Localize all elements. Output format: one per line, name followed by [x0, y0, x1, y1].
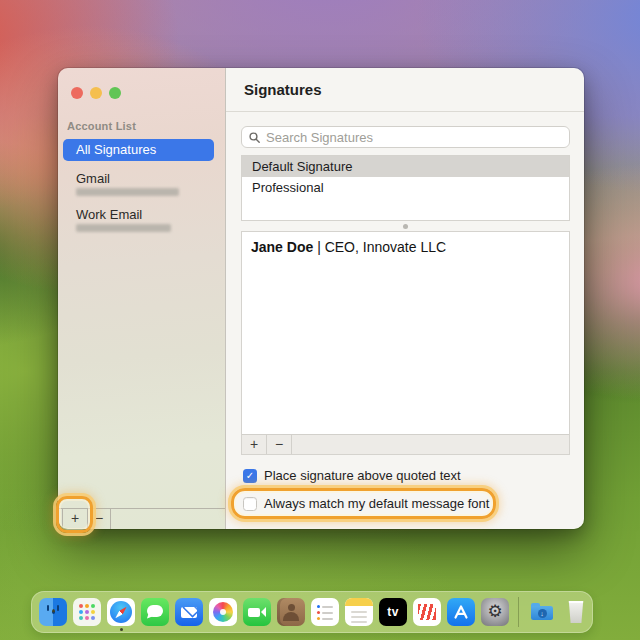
signature-row-professional[interactable]: Professional — [242, 177, 569, 198]
sidebar-remove-button[interactable]: − — [88, 509, 111, 529]
search-icon — [249, 132, 260, 143]
close-button[interactable] — [71, 87, 83, 99]
sidebar: Account List All Signatures Gmail Work E… — [58, 68, 225, 529]
dock-contacts-icon[interactable] — [277, 598, 305, 626]
editor-toolbar: + − — [242, 434, 569, 454]
signature-list: Default Signature Professional — [241, 155, 570, 221]
place-signature-checkbox-row[interactable]: Place signature above quoted text — [243, 468, 461, 483]
dock-reminders-icon[interactable] — [311, 598, 339, 626]
list-resize-handle[interactable] — [403, 224, 408, 229]
place-signature-label: Place signature above quoted text — [264, 468, 461, 483]
always-match-font-label: Always match my default message font — [264, 496, 489, 511]
dock-app-store-icon[interactable] — [447, 598, 475, 626]
traffic-lights — [71, 87, 121, 99]
dock-downloads-folder-icon[interactable] — [528, 598, 556, 626]
always-match-font-checkbox[interactable] — [243, 497, 257, 511]
dock-photos-icon[interactable] — [209, 598, 237, 626]
dock-facetime-icon[interactable] — [243, 598, 271, 626]
dock-apple-tv-icon[interactable]: tv — [379, 598, 407, 626]
dock-messages-icon[interactable] — [141, 598, 169, 626]
sidebar-add-button[interactable]: + — [62, 509, 88, 529]
dock-notes-icon[interactable] — [345, 598, 373, 626]
signature-row-default[interactable]: Default Signature — [242, 156, 569, 177]
search-field[interactable] — [241, 126, 570, 148]
work-redacted-email — [76, 224, 171, 232]
dock-news-icon[interactable] — [413, 598, 441, 626]
desktop: { "window": { "title": "Signatures", "tr… — [0, 0, 640, 640]
gmail-redacted-email — [76, 188, 179, 196]
dock-system-settings-icon[interactable]: ⚙ — [481, 598, 509, 626]
page-title: Signatures — [226, 68, 584, 112]
always-match-font-checkbox-row[interactable]: Always match my default message font — [243, 496, 489, 511]
dock-mail-icon[interactable] — [175, 598, 203, 626]
minimize-button[interactable] — [90, 87, 102, 99]
dock-safari-icon[interactable] — [107, 598, 135, 626]
panel-header: Signatures — [226, 68, 584, 112]
dock-trash-icon[interactable] — [562, 598, 590, 626]
signature-text: Jane Doe | CEO, Innovate LLC — [242, 232, 569, 262]
account-list-header: Account List — [67, 120, 136, 132]
sidebar-footer: + − — [58, 508, 225, 529]
zoom-button[interactable] — [109, 87, 121, 99]
search-input[interactable] — [266, 130, 562, 145]
remove-signature-button[interactable]: − — [267, 435, 292, 454]
sidebar-item-all-signatures[interactable]: All Signatures — [63, 139, 214, 161]
signatures-panel: Signatures Default Signature Professiona… — [225, 68, 584, 529]
dock: tv ⚙ — [31, 591, 593, 633]
signature-name: Jane Doe — [251, 239, 313, 255]
place-signature-checkbox[interactable] — [243, 469, 257, 483]
signature-rest: | CEO, Innovate LLC — [313, 239, 446, 255]
dock-finder-icon[interactable] — [39, 598, 67, 626]
add-signature-button[interactable]: + — [242, 435, 267, 454]
sidebar-item-work-email[interactable]: Work Email — [76, 207, 142, 222]
signature-editor[interactable]: Jane Doe | CEO, Innovate LLC + − — [241, 231, 570, 455]
sidebar-item-gmail[interactable]: Gmail — [76, 171, 110, 186]
signatures-settings-window: Account List All Signatures Gmail Work E… — [58, 68, 584, 529]
dock-launchpad-icon[interactable] — [73, 598, 101, 626]
dock-divider — [518, 597, 519, 627]
